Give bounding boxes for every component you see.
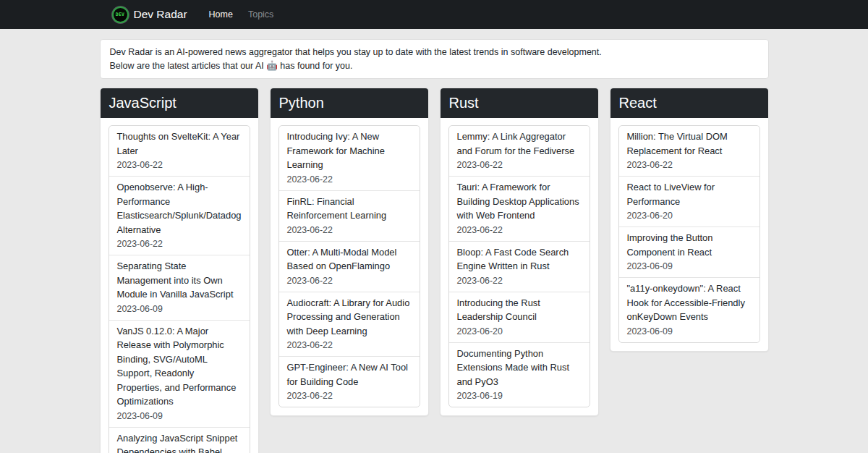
logo-dev-text: DEV: [116, 12, 124, 17]
article-date: 2023-06-19: [457, 389, 582, 402]
article-date: 2023-06-22: [287, 224, 412, 237]
article-date: 2023-06-22: [457, 158, 582, 172]
article-date: 2023-06-20: [457, 325, 582, 338]
topic-column-rust: Rust Lemmy: A Link Aggregator and Forum …: [440, 88, 599, 416]
nav-item-topics[interactable]: Topics: [248, 9, 273, 20]
article-title: Otter: A Multi-Modal Model Based on Open…: [287, 245, 412, 274]
article-date: 2023-06-09: [627, 260, 752, 273]
intro-card: Dev Radar is an AI-powered news aggregat…: [100, 39, 769, 79]
article-title: Audiocraft: A Library for Audio Processi…: [287, 296, 412, 339]
column-body: Lemmy: A Link Aggregator and Forum for t…: [441, 118, 598, 415]
column-body: Million: The Virtual DOM Replacement for…: [610, 118, 768, 351]
article-list: Thoughts on SvelteKit: A Year Later 2023…: [109, 125, 250, 453]
article-item[interactable]: Documenting Python Extensions Made with …: [449, 343, 590, 407]
topic-card: React Million: The Virtual DOM Replaceme…: [610, 88, 769, 352]
article-date: 2023-06-22: [287, 389, 412, 402]
article-item[interactable]: Separating State Management into its Own…: [109, 255, 250, 321]
article-item[interactable]: VanJS 0.12.0: A Major Release with Polym…: [109, 321, 250, 428]
main-content: Dev Radar is an AI-powered news aggregat…: [100, 39, 769, 453]
article-list: Million: The Virtual DOM Replacement for…: [618, 125, 760, 343]
article-item[interactable]: Analyzing JavaScript Snippet Dependencie…: [109, 428, 250, 453]
column-body: Thoughts on SvelteKit: A Year Later 2023…: [101, 118, 258, 453]
topic-card: Rust Lemmy: A Link Aggregator and Forum …: [440, 88, 599, 416]
article-item[interactable]: Lemmy: A Link Aggregator and Forum for t…: [449, 126, 590, 177]
article-item[interactable]: Audiocraft: A Library for Audio Processi…: [279, 292, 420, 357]
article-title: Tauri: A Framework for Building Desktop …: [457, 180, 582, 223]
article-title: FinRL: Financial Reinforcement Learning: [287, 195, 412, 223]
nav-item-home[interactable]: Home: [209, 9, 233, 20]
article-item[interactable]: Bloop: A Fast Code Search Engine Written…: [449, 242, 590, 292]
article-item[interactable]: React to LiveView for Performance 2023-0…: [619, 177, 760, 227]
article-title: "a11y-onkeydown": A React Hook for Acces…: [627, 281, 752, 324]
article-item[interactable]: Improving the Button Component in React …: [619, 227, 760, 278]
topic-card: Python Introducing Ivy: A New Framework …: [270, 88, 429, 416]
article-title: Thoughts on SvelteKit: A Year Later: [117, 130, 242, 158]
article-item[interactable]: Introducing Ivy: A New Framework for Mac…: [279, 126, 420, 191]
article-list: Introducing Ivy: A New Framework for Mac…: [278, 125, 420, 407]
intro-line-1: Dev Radar is an AI-powered news aggregat…: [110, 46, 759, 59]
topic-column-javascript: JavaScript Thoughts on SvelteKit: A Year…: [100, 88, 259, 453]
navbar: DEV Dev Radar Home Topics: [0, 0, 868, 29]
article-title: Introducing the Rust Leadership Council: [457, 296, 582, 324]
article-item[interactable]: Introducing the Rust Leadership Council …: [449, 292, 590, 343]
column-header: React: [610, 88, 768, 118]
column-body: Introducing Ivy: A New Framework for Mac…: [271, 118, 428, 415]
article-item[interactable]: GPT-Engineer: A New AI Tool for Building…: [279, 357, 420, 407]
article-title: GPT-Engineer: A New AI Tool for Building…: [287, 360, 412, 389]
article-title: VanJS 0.12.0: A Major Release with Polym…: [117, 324, 242, 409]
article-title: Analyzing JavaScript Snippet Dependencie…: [117, 431, 242, 453]
article-item[interactable]: Otter: A Multi-Modal Model Based on Open…: [279, 242, 420, 292]
article-date: 2023-06-22: [457, 274, 582, 287]
article-date: 2023-06-09: [117, 302, 242, 316]
dev-radar-logo-icon: DEV: [112, 7, 129, 23]
article-list: Lemmy: A Link Aggregator and Forum for t…: [448, 125, 590, 407]
article-date: 2023-06-22: [117, 158, 242, 172]
column-header: Rust: [441, 88, 598, 118]
column-header: Python: [271, 88, 428, 118]
nav-links: Home Topics: [209, 9, 274, 20]
navbar-container: DEV Dev Radar Home Topics: [100, 7, 769, 23]
article-date: 2023-06-20: [627, 209, 752, 222]
article-date: 2023-06-22: [287, 274, 412, 287]
article-item[interactable]: FinRL: Financial Reinforcement Learning …: [279, 191, 420, 242]
article-title: Openobserve: A High-Performance Elastics…: [117, 180, 242, 237]
brand-title: Dev Radar: [134, 8, 187, 21]
article-date: 2023-06-09: [117, 410, 242, 423]
article-date: 2023-06-22: [457, 224, 582, 237]
topic-card: JavaScript Thoughts on SvelteKit: A Year…: [100, 88, 259, 453]
article-date: 2023-06-22: [117, 237, 242, 250]
article-title: Separating State Management into its Own…: [117, 259, 242, 302]
article-item[interactable]: Openobserve: A High-Performance Elastics…: [109, 177, 250, 255]
article-item[interactable]: Tauri: A Framework for Building Desktop …: [449, 177, 590, 242]
article-title: Introducing Ivy: A New Framework for Mac…: [287, 130, 412, 172]
article-title: React to LiveView for Performance: [627, 180, 752, 208]
article-title: Million: The Virtual DOM Replacement for…: [627, 130, 752, 158]
topics-grid: JavaScript Thoughts on SvelteKit: A Year…: [100, 88, 769, 453]
topic-column-react: React Million: The Virtual DOM Replaceme…: [610, 88, 769, 352]
article-date: 2023-06-22: [287, 339, 412, 352]
article-item[interactable]: Million: The Virtual DOM Replacement for…: [619, 126, 760, 177]
article-date: 2023-06-22: [287, 173, 412, 186]
article-title: Lemmy: A Link Aggregator and Forum for t…: [457, 130, 582, 158]
topic-column-python: Python Introducing Ivy: A New Framework …: [270, 88, 429, 416]
article-title: Improving the Button Component in React: [627, 231, 752, 259]
brand-link[interactable]: DEV Dev Radar: [112, 7, 187, 23]
intro-line-2: Below are the latest articles that our A…: [110, 59, 759, 73]
article-date: 2023-06-22: [627, 158, 752, 172]
article-title: Documenting Python Extensions Made with …: [457, 347, 582, 389]
article-item[interactable]: Thoughts on SvelteKit: A Year Later 2023…: [109, 126, 250, 177]
article-date: 2023-06-09: [627, 325, 752, 338]
article-item[interactable]: "a11y-onkeydown": A React Hook for Acces…: [619, 278, 760, 342]
article-title: Bloop: A Fast Code Search Engine Written…: [457, 245, 582, 274]
column-header: JavaScript: [101, 88, 258, 118]
